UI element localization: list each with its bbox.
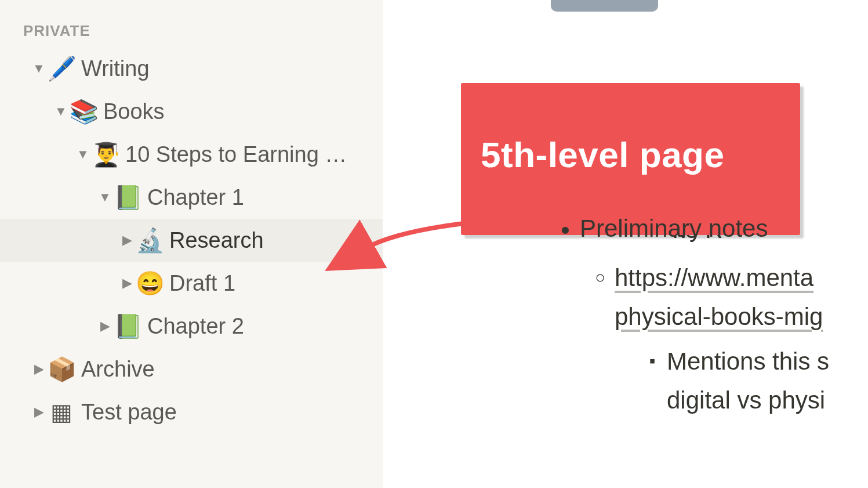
sidebar-item-label: Books: [103, 99, 165, 124]
list-item-text: Preliminary notes: [580, 209, 868, 248]
caret-right-icon[interactable]: [30, 362, 48, 377]
sidebar-item-books[interactable]: 📚Books: [0, 90, 383, 133]
pen-icon: 🖊️: [48, 57, 75, 80]
sidebar-item-label: Archive: [81, 357, 155, 382]
box-icon: 📦: [48, 357, 75, 381]
caret-down-icon[interactable]: [52, 104, 70, 119]
sidebar-item-research[interactable]: 🔬Research: [0, 219, 383, 262]
caret-down-icon[interactable]: [74, 147, 92, 162]
sidebar-item-test-page[interactable]: ▦Test page: [0, 391, 383, 433]
sidebar-item-chapter-1[interactable]: 📗Chapter 1: [0, 176, 383, 219]
sidebar-item-label: 10 Steps to Earning …: [125, 142, 347, 167]
text-line: Mentions this s: [667, 348, 829, 375]
sidebar-page-tree: 🖊️Writing📚Books👨‍🎓10 Steps to Earning …📗…: [0, 47, 383, 433]
list-item-link[interactable]: https://www.menta physical-books-mig: [615, 258, 868, 336]
sidebar-item-label: Test page: [81, 400, 177, 425]
bullet-circle-icon: [586, 258, 615, 294]
sidebar-item-archive[interactable]: 📦Archive: [0, 348, 383, 391]
bullet-disc-icon: [551, 209, 580, 252]
main-content: ke R 5th-level page Preliminary notes ht…: [383, 0, 868, 488]
sidebar-section-private: PRIVATE: [0, 12, 383, 47]
books-icon: 📚: [70, 100, 97, 123]
smile-icon: 😄: [136, 272, 164, 295]
link-line: https://www.menta: [615, 264, 813, 291]
list-item-text: Mentions this s digital vs physi: [667, 342, 868, 420]
sidebar-item-chapter-2[interactable]: 📗Chapter 2: [0, 305, 383, 348]
sidebar: PRIVATE 🖊️Writing📚Books👨‍🎓10 Steps to Ea…: [0, 0, 383, 488]
annotation-callout-text: 5th-level page: [481, 135, 724, 175]
microscope-icon: 🔬: [136, 229, 164, 252]
sidebar-item-label: Chapter 2: [147, 314, 244, 339]
caret-down-icon[interactable]: [96, 190, 114, 205]
sidebar-item-writing[interactable]: 🖊️Writing: [0, 47, 383, 90]
drag-handle-pill[interactable]: [551, 0, 658, 12]
link-line: physical-books-mig: [615, 303, 823, 330]
page-body: Preliminary notes https://www.menta phys…: [551, 209, 868, 426]
caret-down-icon[interactable]: [30, 61, 48, 76]
grid-icon: ▦: [48, 400, 75, 424]
sidebar-item-label: Draft 1: [169, 271, 235, 296]
sidebar-item-label: Research: [169, 228, 264, 253]
sidebar-item-label: Chapter 1: [147, 185, 244, 210]
green-book-icon: 📗: [114, 186, 141, 209]
green-book-icon: 📗: [114, 315, 141, 338]
bullet-square-icon: [638, 342, 667, 377]
text-line: digital vs physi: [667, 386, 825, 414]
list-item[interactable]: Mentions this s digital vs physi: [551, 342, 868, 420]
student-icon: 👨‍🎓: [92, 143, 119, 166]
sidebar-item-draft-1[interactable]: 😄Draft 1: [0, 262, 383, 305]
caret-right-icon[interactable]: [96, 319, 114, 334]
sidebar-item-10-steps-to-earning[interactable]: 👨‍🎓10 Steps to Earning …: [0, 133, 383, 176]
annotation-arrow-icon: [359, 220, 475, 261]
list-item[interactable]: https://www.menta physical-books-mig: [551, 258, 868, 336]
caret-right-icon[interactable]: [30, 404, 48, 420]
list-item[interactable]: Preliminary notes: [551, 209, 868, 252]
sidebar-item-label: Writing: [81, 56, 150, 81]
caret-right-icon[interactable]: [118, 233, 136, 248]
caret-right-icon[interactable]: [118, 276, 136, 291]
